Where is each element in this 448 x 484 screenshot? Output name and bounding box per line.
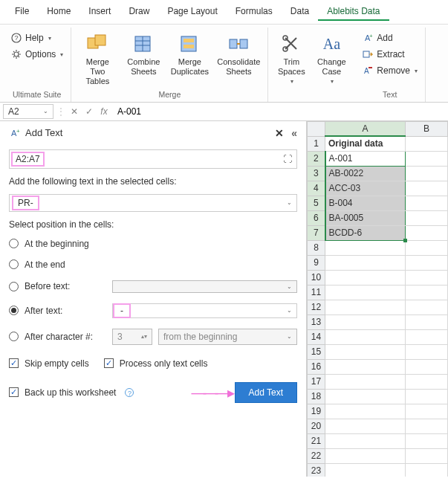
cell[interactable] xyxy=(406,329,448,344)
cell[interactable] xyxy=(406,314,448,329)
row-header[interactable]: 23 xyxy=(308,463,325,477)
chk-text-only[interactable]: ✓ Process only text cells xyxy=(104,357,208,370)
row-header[interactable]: 4 xyxy=(308,181,325,196)
row-header[interactable]: 15 xyxy=(308,344,325,359)
formula-input[interactable] xyxy=(113,105,445,118)
row-header[interactable]: 9 xyxy=(308,255,325,270)
change-case-button[interactable]: Aa Change Case▾ xyxy=(313,30,350,87)
add-button[interactable]: A+ Add xyxy=(359,30,421,45)
text-to-add-input[interactable]: PR- ⌄ xyxy=(9,194,297,212)
cell[interactable] xyxy=(406,181,448,196)
extract-button[interactable]: Extract xyxy=(359,47,421,62)
cell[interactable] xyxy=(406,419,448,433)
row-header[interactable]: 2 xyxy=(308,151,325,166)
consolidate-sheets-button[interactable]: Consolidate Sheets xyxy=(214,30,263,78)
radio-after-char[interactable]: After character #: 3 ▴▾ from the beginni… xyxy=(9,327,297,346)
close-icon[interactable]: ✕ xyxy=(275,127,284,139)
chk-backup[interactable]: ✓ Back up this worksheet ? xyxy=(9,386,134,399)
cell[interactable] xyxy=(325,255,406,270)
cell[interactable] xyxy=(325,433,406,448)
char-from-select[interactable]: from the beginning ⌄ xyxy=(158,329,297,345)
row-header[interactable]: 20 xyxy=(308,419,325,433)
cell[interactable] xyxy=(406,151,448,166)
before-text-input[interactable]: ⌄ xyxy=(112,280,297,293)
name-box[interactable]: A2 ⌄ xyxy=(3,104,53,119)
row-header[interactable]: 12 xyxy=(308,300,325,314)
enter-icon[interactable]: ✓ xyxy=(83,106,95,117)
cell[interactable]: AB-0022 xyxy=(325,166,406,181)
cell[interactable] xyxy=(325,270,406,285)
row-header[interactable]: 6 xyxy=(308,210,325,225)
row-header[interactable]: 7 xyxy=(308,225,325,240)
cell[interactable] xyxy=(406,344,448,359)
menu-ablebits-data[interactable]: Ablebits Data xyxy=(318,3,389,21)
cell[interactable] xyxy=(325,329,406,344)
cell[interactable] xyxy=(325,344,406,359)
cell[interactable] xyxy=(406,404,448,419)
cell[interactable] xyxy=(325,419,406,433)
col-header-b[interactable]: B xyxy=(406,121,448,136)
cell[interactable] xyxy=(325,448,406,463)
cell[interactable] xyxy=(406,389,448,404)
row-header[interactable]: 18 xyxy=(308,389,325,404)
cell[interactable]: ACC-03 xyxy=(325,181,406,196)
menu-insert[interactable]: Insert xyxy=(79,3,120,21)
cell[interactable] xyxy=(325,359,406,374)
merge-duplicates-button[interactable]: Merge Duplicates xyxy=(168,30,211,78)
select-range-icon[interactable]: ⛶ xyxy=(283,154,292,164)
row-header[interactable]: 14 xyxy=(308,329,325,344)
cell[interactable] xyxy=(406,463,448,477)
chk-skip-empty[interactable]: ✓ Skip empty cells xyxy=(9,357,89,370)
cell[interactable] xyxy=(406,196,448,210)
remove-button[interactable]: A Remove▾ xyxy=(359,63,421,78)
menu-file[interactable]: File xyxy=(6,3,38,21)
add-text-button[interactable]: Add Text xyxy=(235,382,297,403)
radio-after-text[interactable]: After text: - ⌄ xyxy=(9,302,297,320)
cell[interactable] xyxy=(325,240,406,255)
cell[interactable] xyxy=(406,210,448,225)
cell[interactable] xyxy=(406,300,448,314)
combine-sheets-button[interactable]: Combine Sheets xyxy=(122,30,165,78)
cell[interactable] xyxy=(325,389,406,404)
row-header[interactable]: 22 xyxy=(308,448,325,463)
options-button[interactable]: Options▾ xyxy=(7,47,66,62)
row-header[interactable]: 8 xyxy=(308,240,325,255)
cell[interactable]: B-004 xyxy=(325,196,406,210)
col-header-a[interactable]: A xyxy=(325,121,406,136)
help-icon[interactable]: ? xyxy=(125,388,134,397)
cell[interactable] xyxy=(406,270,448,285)
char-num-spinner[interactable]: 3 ▴▾ xyxy=(112,329,152,345)
row-header[interactable]: 21 xyxy=(308,433,325,448)
cell[interactable] xyxy=(406,285,448,300)
row-header[interactable]: 10 xyxy=(308,270,325,285)
menu-draw[interactable]: Draw xyxy=(120,3,158,21)
range-input[interactable]: A2:A7 ⛶ xyxy=(9,149,297,169)
trim-spaces-button[interactable]: Trim Spaces▾ xyxy=(273,30,310,87)
cell[interactable] xyxy=(325,374,406,389)
chevron-down-icon[interactable]: ⌄ xyxy=(287,199,292,206)
radio-at-end[interactable]: At the end xyxy=(9,258,297,271)
row-header[interactable]: 13 xyxy=(308,314,325,329)
row-header[interactable]: 16 xyxy=(308,359,325,374)
cell[interactable] xyxy=(325,463,406,477)
merge-tables-button[interactable]: Merge Two Tables xyxy=(76,30,119,88)
menu-home[interactable]: Home xyxy=(38,3,79,21)
after-text-input[interactable]: - ⌄ xyxy=(112,303,297,318)
cell[interactable]: A-001 xyxy=(325,151,406,166)
help-button[interactable]: ? Help▾ xyxy=(7,30,66,45)
radio-before-text[interactable]: Before text: ⌄ xyxy=(9,279,297,294)
cell[interactable] xyxy=(406,166,448,181)
radio-at-beginning[interactable]: At the beginning xyxy=(9,237,297,251)
cell[interactable]: BCDD-6 xyxy=(325,225,406,240)
cancel-icon[interactable]: ✕ xyxy=(68,106,80,117)
cell[interactable] xyxy=(406,448,448,463)
cell[interactable]: Original data xyxy=(325,136,406,151)
cell[interactable] xyxy=(406,359,448,374)
spreadsheet-grid[interactable]: A B 1Original data 2A-001 3AB-0022 4ACC-… xyxy=(307,121,448,477)
row-header[interactable]: 17 xyxy=(308,374,325,389)
row-header[interactable]: 3 xyxy=(308,166,325,181)
select-all-corner[interactable] xyxy=(308,121,325,136)
fx-icon[interactable]: fx xyxy=(98,106,110,117)
menu-page-layout[interactable]: Page Layout xyxy=(158,3,226,21)
row-header[interactable]: 1 xyxy=(308,136,325,151)
